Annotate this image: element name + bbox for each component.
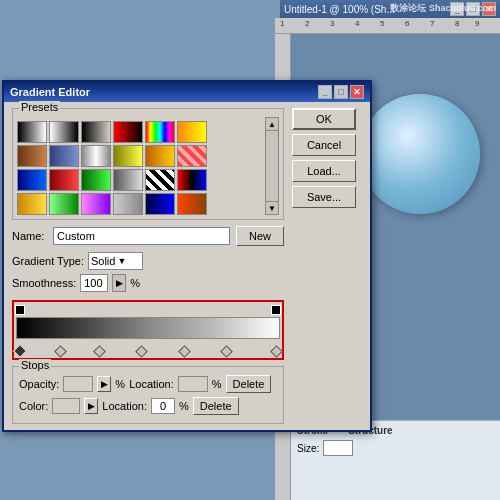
- preset-swatch-15[interactable]: [113, 169, 143, 191]
- preset-swatch-14[interactable]: [81, 169, 111, 191]
- gradient-bar[interactable]: [16, 317, 280, 339]
- color-location-label: Location:: [102, 400, 147, 412]
- opacity-label: Opacity:: [19, 378, 59, 390]
- preset-swatch-3[interactable]: [113, 121, 143, 143]
- stroke-structure-panel: Stroke Structure Size:: [291, 420, 500, 500]
- preset-swatch-17[interactable]: [177, 169, 207, 191]
- dialog-title: Gradient Editor: [10, 86, 90, 98]
- name-label: Name:: [12, 230, 47, 242]
- opacity-percent: %: [115, 378, 125, 390]
- opacity-stop-left[interactable]: [15, 305, 25, 315]
- ruler-num-8: 8: [455, 19, 459, 28]
- smoothness-row: Smoothness: ▶ %: [12, 274, 284, 292]
- color-stop-2[interactable]: [95, 345, 104, 356]
- preset-swatch-22[interactable]: [145, 193, 175, 215]
- smoothness-arrow-button[interactable]: ▶: [112, 274, 126, 292]
- gradient-type-label: Gradient Type:: [12, 255, 84, 267]
- opacity-stop-row: Opacity: ▶ % Location: % Delete: [19, 375, 277, 393]
- color-stop-6[interactable]: [272, 345, 281, 356]
- color-delete-button[interactable]: Delete: [193, 397, 239, 415]
- preset-swatch-1[interactable]: [49, 121, 79, 143]
- preset-swatch-18[interactable]: [17, 193, 47, 215]
- stops-group: Stops Opacity: ▶ % Location: % Delete Co…: [12, 366, 284, 424]
- watermark-text: 数涂论坛 Shacuoluo.com: [390, 2, 496, 15]
- preset-swatch-2[interactable]: [81, 121, 111, 143]
- opacity-location-percent: %: [212, 378, 222, 390]
- preset-swatch-9[interactable]: [113, 145, 143, 167]
- ruler-horizontal: 1 2 3 4 5 6 7 8 9: [275, 18, 500, 34]
- ruler-num-2: 2: [305, 19, 309, 28]
- dialog-left-panel: Presets: [12, 108, 284, 424]
- preset-swatch-7[interactable]: [49, 145, 79, 167]
- load-button[interactable]: Load...: [292, 160, 356, 182]
- ok-button[interactable]: OK: [292, 108, 356, 130]
- preset-swatch-10[interactable]: [145, 145, 175, 167]
- dialog-right-buttons: OK Cancel Load... Save...: [292, 108, 362, 424]
- ruler-num-7: 7: [430, 19, 434, 28]
- smoothness-label: Smoothness:: [12, 277, 76, 289]
- presets-scroll-up[interactable]: ▲: [265, 117, 279, 131]
- stops-group-label: Stops: [19, 359, 51, 371]
- canvas-circle-shape: [360, 94, 480, 214]
- ruler-ticks: 1 2 3 4 5 6 7 8 9: [275, 18, 500, 33]
- new-button[interactable]: New: [236, 226, 284, 246]
- opacity-arrow-button[interactable]: ▶: [97, 376, 111, 392]
- gradient-editor-dialog: Gradient Editor _ □ ✕ Presets: [2, 80, 372, 432]
- opacity-location-input[interactable]: [178, 376, 208, 392]
- preset-swatch-13[interactable]: [49, 169, 79, 191]
- preset-swatch-19[interactable]: [49, 193, 79, 215]
- color-stop-0[interactable]: [15, 344, 25, 356]
- presets-scrollbar: ▲ ▼: [265, 117, 279, 215]
- preset-swatch-6[interactable]: [17, 145, 47, 167]
- name-input[interactable]: [53, 227, 230, 245]
- opacity-delete-button[interactable]: Delete: [226, 375, 272, 393]
- presets-group: Presets: [12, 108, 284, 220]
- smoothness-input[interactable]: [80, 274, 108, 292]
- color-arrow-button[interactable]: ▶: [84, 398, 98, 414]
- color-location-input[interactable]: [151, 398, 175, 414]
- smoothness-unit: %: [130, 277, 140, 289]
- gradient-type-arrow: ▼: [117, 256, 126, 266]
- color-stop-5[interactable]: [222, 345, 231, 356]
- color-location-percent: %: [179, 400, 189, 412]
- presets-scroll-track: [265, 131, 279, 201]
- opacity-stops-row: [16, 304, 280, 316]
- preset-swatch-0[interactable]: [17, 121, 47, 143]
- color-stops-row: [16, 340, 280, 356]
- dialog-maximize-button[interactable]: □: [334, 85, 348, 99]
- color-stop-3[interactable]: [137, 345, 146, 356]
- opacity-value-input[interactable]: [63, 376, 93, 392]
- preset-swatch-11[interactable]: [177, 145, 207, 167]
- dialog-minimize-button[interactable]: _: [318, 85, 332, 99]
- ps-title-bar: Untitled-1 @ 100% (Sh... 数涂论坛 Shacuoluo.…: [280, 0, 500, 18]
- color-stop-row: Color: ▶ Location: % Delete: [19, 397, 277, 415]
- preset-swatch-20[interactable]: [81, 193, 111, 215]
- opacity-location-label: Location:: [129, 378, 174, 390]
- opacity-stop-right[interactable]: [271, 305, 281, 315]
- dialog-body: Presets: [4, 102, 370, 430]
- ruler-num-4: 4: [355, 19, 359, 28]
- color-swatch[interactable]: [52, 398, 80, 414]
- preset-swatch-8[interactable]: [81, 145, 111, 167]
- color-stop-4[interactable]: [180, 345, 189, 356]
- dialog-close-button[interactable]: ✕: [350, 85, 364, 99]
- preset-swatch-12[interactable]: [17, 169, 47, 191]
- color-stop-1[interactable]: [56, 345, 65, 356]
- preset-swatch-5[interactable]: [177, 121, 207, 143]
- save-button[interactable]: Save...: [292, 186, 356, 208]
- stroke-size-row: Size:: [297, 440, 494, 456]
- stroke-size-input[interactable]: [323, 440, 353, 456]
- presets-label: Presets: [19, 101, 60, 113]
- presets-scroll-down[interactable]: ▼: [265, 201, 279, 215]
- ruler-num-1: 1: [280, 19, 284, 28]
- preset-swatch-23[interactable]: [177, 193, 207, 215]
- gradient-type-select[interactable]: Solid ▼: [88, 252, 143, 270]
- dialog-title-bar: Gradient Editor _ □ ✕: [4, 82, 370, 102]
- gradient-type-value: Solid: [91, 255, 115, 267]
- preset-swatch-4[interactable]: [145, 121, 175, 143]
- preset-swatch-16[interactable]: [145, 169, 175, 191]
- presets-grid: [17, 121, 207, 215]
- cancel-button[interactable]: Cancel: [292, 134, 356, 156]
- preset-swatch-21[interactable]: [113, 193, 143, 215]
- ruler-num-9: 9: [475, 19, 479, 28]
